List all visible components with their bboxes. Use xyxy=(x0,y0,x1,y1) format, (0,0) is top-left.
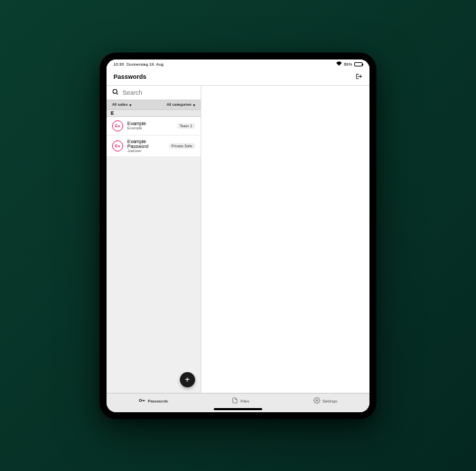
tab-passwords[interactable]: Passwords xyxy=(138,397,167,405)
item-tag: Private Safe xyxy=(169,143,195,149)
filter-safes-label: All safes xyxy=(112,102,128,107)
content-area: All safes ▾ All categories ▾ E Ex Exampl… xyxy=(107,86,369,393)
section-header: E xyxy=(107,109,201,117)
battery-percent: 89% xyxy=(344,62,352,66)
svg-line-1 xyxy=(116,93,118,95)
tab-settings[interactable]: Settings xyxy=(313,397,338,405)
tab-files[interactable]: Files xyxy=(232,397,249,405)
search-icon xyxy=(112,89,119,97)
wifi-icon xyxy=(336,62,342,66)
list-item[interactable]: Ex Example Example Team 1 xyxy=(107,117,201,136)
detail-pane xyxy=(201,86,369,393)
item-title: Example xyxy=(127,121,173,126)
item-subtitle: JoeUser xyxy=(127,149,165,153)
svg-point-2 xyxy=(140,399,142,401)
battery-icon xyxy=(354,62,363,66)
plus-icon: + xyxy=(185,375,190,385)
tab-settings-label: Settings xyxy=(322,399,338,403)
page-title: Passwords xyxy=(113,73,147,80)
status-bar: 10:30 Donnerstag 19. Aug. 89% xyxy=(107,59,369,69)
tab-passwords-label: Passwords xyxy=(147,399,167,403)
filter-categories[interactable]: All categories ▾ xyxy=(167,102,195,107)
screen: 10:30 Donnerstag 19. Aug. 89% Passwords xyxy=(107,59,369,412)
filter-bar: All safes ▾ All categories ▾ xyxy=(107,100,201,109)
item-tag: Team 1 xyxy=(177,123,195,129)
chevron-down-icon: ▾ xyxy=(193,102,195,107)
search-bar[interactable] xyxy=(107,86,201,100)
tablet-frame: 10:30 Donnerstag 19. Aug. 89% Passwords xyxy=(100,53,376,419)
add-button[interactable]: + xyxy=(180,372,195,387)
item-title: Example Password xyxy=(127,139,165,149)
chevron-down-icon: ▾ xyxy=(129,102,131,107)
avatar: Ex xyxy=(112,120,123,131)
status-time: 10:30 xyxy=(113,62,124,66)
svg-point-6 xyxy=(316,400,318,402)
list-item[interactable]: Ex Example Password JoeUser Private Safe xyxy=(107,136,201,157)
avatar: Ex xyxy=(112,140,123,151)
sidebar: All safes ▾ All categories ▾ E Ex Exampl… xyxy=(107,86,201,393)
search-input[interactable] xyxy=(122,89,200,96)
nav-bar: Passwords xyxy=(107,69,369,86)
tab-files-label: Files xyxy=(240,399,249,403)
filter-categories-label: All categories xyxy=(167,102,192,107)
key-icon xyxy=(138,397,145,405)
home-indicator[interactable] xyxy=(214,408,262,410)
status-date: Donnerstag 19. Aug. xyxy=(127,62,165,66)
filter-safes[interactable]: All safes ▾ xyxy=(112,102,131,107)
exit-icon[interactable] xyxy=(355,73,363,82)
svg-point-0 xyxy=(113,89,117,93)
files-icon xyxy=(232,397,238,405)
gear-icon xyxy=(313,397,320,405)
item-subtitle: Example xyxy=(127,126,173,130)
